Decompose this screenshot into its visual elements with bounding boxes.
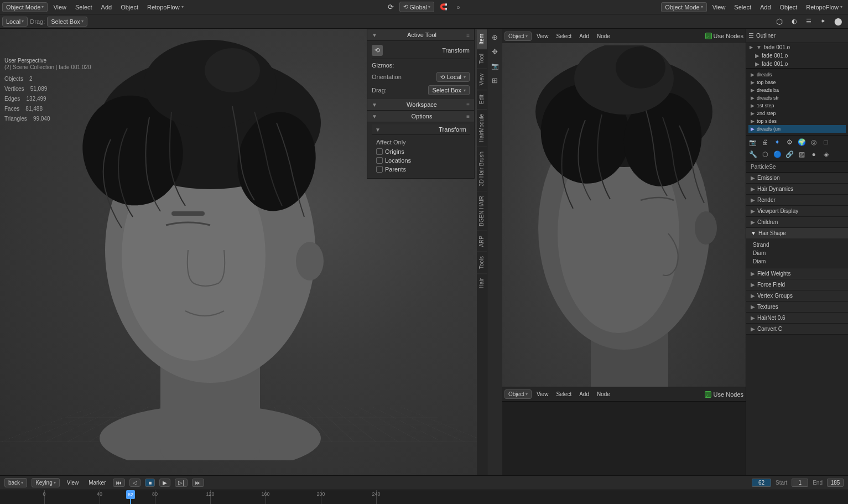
- hairnet-header[interactable]: ▶ HairNet 0.6: [746, 313, 848, 323]
- outliner-fade-003[interactable]: ▶ fade 001.o: [746, 60, 848, 68]
- play-btn[interactable]: ▶: [159, 479, 170, 487]
- particle-topsides[interactable]: ▶ top sides: [748, 117, 846, 125]
- particle-dreads[interactable]: ▶ dreads: [748, 71, 846, 79]
- xray-btn[interactable]: ✦: [817, 17, 829, 26]
- prop-physics-icon[interactable]: ⚙: [784, 137, 795, 148]
- parents-checkbox[interactable]: [376, 166, 383, 173]
- left-viewport[interactable]: User Perspective (2) Scene Collection | …: [0, 29, 502, 475]
- force-field-header[interactable]: ▶ Force Field: [746, 279, 848, 290]
- start-frame-field[interactable]: 1: [792, 479, 808, 487]
- cursor-icon-btn[interactable]: ⊕: [489, 31, 501, 43]
- hair-dynamics-header[interactable]: ▶ Hair Dynamics: [746, 184, 848, 194]
- ne-select[interactable]: Select: [553, 390, 574, 398]
- shading-btn[interactable]: ◐: [788, 17, 800, 26]
- vtab-view[interactable]: View: [477, 69, 487, 90]
- particle-dreadsba[interactable]: ▶ dreads ba: [748, 86, 846, 94]
- origins-checkbox[interactable]: [376, 148, 383, 155]
- prop-material-icon[interactable]: ●: [808, 149, 819, 160]
- ne-object-mode[interactable]: Object ▾: [504, 389, 532, 399]
- prop-render-icon[interactable]: 📷: [747, 137, 758, 148]
- skip-end-btn[interactable]: ⏭: [192, 479, 204, 487]
- back-dropdown[interactable]: back ▾: [4, 478, 27, 487]
- active-tool-header[interactable]: ▼ Active Tool ≡: [367, 29, 474, 41]
- vtab-3dhairbrush[interactable]: 3D Hair Brush: [477, 147, 487, 191]
- ne-view[interactable]: View: [534, 390, 552, 398]
- play-rev-btn[interactable]: ◁: [129, 479, 141, 487]
- particle-dreadsun[interactable]: ▶ dreads (un: [748, 125, 846, 133]
- orientation-select[interactable]: ⟲ Local ▾: [436, 72, 470, 82]
- timeline-track[interactable]: 0 40 80 62 120 160 200: [0, 490, 848, 504]
- rv-select[interactable]: Select: [553, 32, 574, 40]
- prop-shading-icon[interactable]: ◈: [820, 149, 831, 160]
- textures-header[interactable]: ▶ Textures: [746, 302, 848, 312]
- hair-shape-header[interactable]: ▼ Hair Shape: [746, 228, 848, 238]
- vtab-item[interactable]: Item: [477, 29, 487, 49]
- convert-header[interactable]: ▶ Convert C: [746, 324, 848, 334]
- outliner-fade-002[interactable]: ▶ fade 001.o: [746, 51, 848, 60]
- tl-view[interactable]: View: [64, 479, 82, 487]
- options-header[interactable]: ▼ Options ≡: [367, 111, 474, 122]
- vtab-tool[interactable]: Tool: [477, 49, 487, 68]
- prop-scene-icon[interactable]: 🌍: [796, 137, 807, 148]
- prop-world-icon[interactable]: ◎: [808, 137, 819, 148]
- prop-modifier-icon[interactable]: 🔧: [747, 149, 758, 160]
- use-nodes-checkbox[interactable]: ✓: [705, 33, 712, 39]
- current-frame-field[interactable]: 62: [752, 479, 771, 487]
- outliner-fade-001[interactable]: ▶ ▼ fade 001.o: [746, 43, 848, 51]
- grid-icon-btn[interactable]: ⊞: [489, 74, 501, 86]
- overlay-btn[interactable]: ☰: [803, 17, 815, 26]
- ne-add[interactable]: Add: [576, 390, 592, 398]
- particle-dreadsstr[interactable]: ▶ dreads str: [748, 94, 846, 102]
- retopo-menu[interactable]: RetopoFlow ▾: [144, 3, 187, 12]
- rv-add[interactable]: Add: [576, 32, 592, 40]
- skip-start-btn[interactable]: ⏮: [113, 479, 125, 487]
- view-menu[interactable]: View: [50, 3, 70, 12]
- transform-sub-header[interactable]: ▼ Transform: [372, 124, 470, 135]
- render-btn[interactable]: ⬤: [831, 16, 846, 27]
- sync-icon-btn[interactable]: ⟳: [384, 2, 397, 12]
- select-box-dropdown[interactable]: Select Box ▾: [47, 17, 87, 27]
- children-header[interactable]: ▶ Children: [746, 217, 848, 227]
- workspace-header[interactable]: ▼ Workspace ≡: [367, 99, 474, 111]
- field-weights-header[interactable]: ▶ Field Weights: [746, 268, 848, 279]
- vtab-hair[interactable]: Hair: [477, 273, 487, 293]
- emission-header[interactable]: ▶ Emission: [746, 173, 848, 183]
- rv-object-mode[interactable]: Object ▾: [504, 32, 532, 41]
- transform-orient[interactable]: ⟲ Global ▾: [399, 2, 434, 12]
- prop-particles2-icon[interactable]: ⬡: [759, 149, 771, 160]
- vtab-hairmodule[interactable]: HairModule: [477, 109, 487, 147]
- retopo-menu-right[interactable]: RetopoFlow ▾: [803, 3, 846, 12]
- stop-btn[interactable]: ■: [145, 479, 155, 487]
- object-menu[interactable]: Object: [117, 3, 142, 12]
- rv-node[interactable]: Node: [594, 32, 613, 40]
- prop-physics2-icon[interactable]: 🔵: [772, 149, 783, 160]
- add-menu-right[interactable]: Add: [757, 3, 774, 12]
- prop-output-icon[interactable]: 🖨: [759, 137, 771, 148]
- vertex-groups-header[interactable]: ▶ Vertex Groups: [746, 290, 848, 301]
- vtab-tools[interactable]: Tools: [477, 251, 487, 273]
- particle-1ststep[interactable]: ▶ 1st step: [748, 102, 846, 110]
- vtab-arp[interactable]: ARP: [477, 231, 487, 252]
- locations-checkbox[interactable]: [376, 157, 383, 164]
- render-header[interactable]: ▶ Render: [746, 195, 848, 205]
- select-menu-right[interactable]: Select: [731, 3, 755, 12]
- prop-particles-icon[interactable]: ✦: [772, 137, 783, 148]
- vtab-bgenhair[interactable]: BGEN HAIR: [477, 191, 487, 231]
- prop-data-icon[interactable]: ▨: [796, 149, 807, 160]
- view-menu-right[interactable]: View: [709, 3, 729, 12]
- mode-selector[interactable]: Object Mode ▾: [2, 2, 48, 12]
- move-icon-btn[interactable]: ✥: [489, 45, 501, 58]
- next-btn[interactable]: ▷|: [175, 479, 188, 487]
- drag-select[interactable]: Select Box ▾: [428, 85, 470, 95]
- prop-edit-btn[interactable]: ○: [453, 3, 464, 12]
- particle-topbase[interactable]: ▶ top base: [748, 79, 846, 86]
- prop-object-icon[interactable]: □: [820, 137, 831, 148]
- rv-view[interactable]: View: [534, 32, 552, 40]
- camera-icon-btn[interactable]: 📷: [489, 60, 501, 72]
- prop-constraints-icon[interactable]: 🔗: [784, 149, 795, 160]
- add-menu[interactable]: Add: [98, 3, 116, 12]
- ne-node[interactable]: Node: [594, 390, 613, 398]
- particle-2ndstep[interactable]: ▶ 2nd step: [748, 110, 846, 117]
- snap-btn[interactable]: 🧲: [436, 2, 451, 12]
- keying-dropdown[interactable]: Keying ▾: [32, 478, 60, 487]
